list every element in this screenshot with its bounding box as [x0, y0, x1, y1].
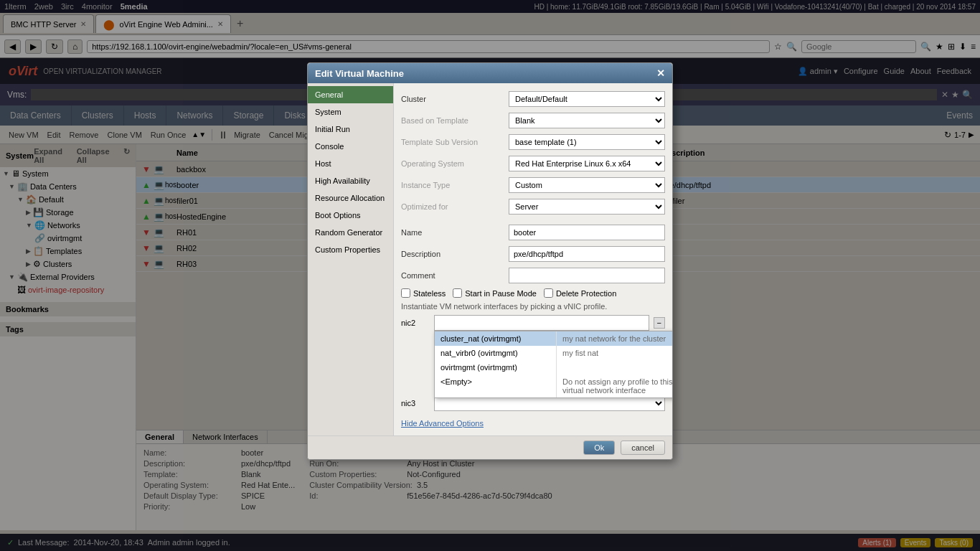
edit-vm-modal: Edit Virtual Machine ✕ General System In… — [307, 62, 673, 460]
dropdown-option-nat-virbr0[interactable]: nat_virbr0 (ovirtmgmt) my fist nat — [435, 346, 672, 360]
ok-button[interactable]: Ok — [583, 441, 615, 455]
form-row-template: Based on Template Blank — [401, 112, 665, 129]
modal-nav-custom-properties[interactable]: Custom Properties — [308, 241, 393, 258]
modal-nav-boot-options[interactable]: Boot Options — [308, 207, 393, 224]
modal-footer: Ok cancel — [308, 435, 672, 459]
modal-nav-general[interactable]: General — [308, 86, 393, 103]
template-control: Blank — [509, 113, 665, 128]
nic2-label: nic2 — [401, 319, 430, 327]
hide-advanced-container: Hide Advanced Options — [401, 418, 665, 428]
instance-type-select[interactable]: Custom — [509, 177, 665, 193]
nic-container: nic2 cluster_nat (ovirtmgmt) my nat netw… — [401, 315, 665, 411]
modal-nav: General System Initial Run Console Host … — [308, 83, 394, 435]
comment-control — [509, 268, 665, 283]
modal-nav-host[interactable]: Host — [308, 155, 393, 172]
name-control — [509, 225, 665, 240]
modal-nav-random-generator[interactable]: Random Generator — [308, 224, 393, 241]
stateless-checkbox-item: Stateless — [401, 288, 446, 298]
dropdown-option-empty-desc: Do not assign any profile to this virtua… — [557, 375, 672, 397]
delete-protection-checkbox[interactable] — [544, 288, 553, 298]
modal-nav-high-availability[interactable]: High Availability — [308, 172, 393, 189]
name-label: Name — [401, 228, 509, 237]
description-label: Description — [401, 250, 509, 258]
cancel-button[interactable]: cancel — [621, 441, 665, 455]
nic2-remove-button[interactable]: − — [654, 317, 665, 329]
cluster-control: Default/Default — [509, 91, 665, 107]
modal-body: General System Initial Run Console Host … — [308, 83, 672, 435]
template-select[interactable]: Blank — [509, 113, 665, 128]
template-sub-control: base template (1) — [509, 134, 665, 150]
dropdown-option-cluster-nat[interactable]: cluster_nat (ovirtmgmt) my nat network f… — [435, 331, 672, 346]
hide-advanced-button[interactable]: Hide Advanced Options — [401, 419, 484, 428]
form-row-description: Description — [401, 245, 665, 263]
delete-protection-label: Delete Protection — [556, 289, 616, 298]
description-input[interactable] — [509, 246, 665, 262]
start-pause-label: Start in Pause Mode — [465, 289, 537, 298]
dropdown-option-empty-name: <Empty> — [435, 375, 557, 397]
form-row-cluster: Cluster Default/Default — [401, 90, 665, 108]
description-control — [509, 246, 665, 262]
start-in-pause-checkbox[interactable] — [453, 288, 462, 298]
nic-profile-dropdown: cluster_nat (ovirtmgmt) my nat network f… — [434, 331, 672, 398]
optimized-select[interactable]: Server — [509, 199, 665, 215]
modal-nav-initial-run[interactable]: Initial Run — [308, 121, 393, 138]
dropdown-option-cluster-nat-name: cluster_nat (ovirtmgmt) — [435, 331, 557, 346]
nic-description: Instantiate VM network interfaces by pic… — [401, 302, 665, 311]
modal-title-bar: Edit Virtual Machine ✕ — [308, 63, 672, 83]
os-select[interactable]: Red Hat Enterprise Linux 6.x x64 — [509, 156, 665, 171]
form-row-template-sub: Template Sub Version base template (1) — [401, 133, 665, 151]
delete-protection-checkbox-item: Delete Protection — [544, 288, 616, 298]
template-sub-select[interactable]: base template (1) — [509, 134, 665, 150]
comment-input[interactable] — [509, 268, 665, 283]
modal-nav-system[interactable]: System — [308, 103, 393, 121]
dropdown-option-nat-virbr0-desc: my fist nat — [557, 346, 672, 360]
dropdown-option-ovirtmgmt[interactable]: ovirtmgmt (ovirtmgmt) — [435, 360, 672, 375]
cluster-select[interactable]: Default/Default — [509, 91, 665, 107]
form-row-os: Operating System Red Hat Enterprise Linu… — [401, 155, 665, 172]
name-input[interactable] — [509, 225, 665, 240]
dropdown-option-nat-virbr0-name: nat_virbr0 (ovirtmgmt) — [435, 346, 557, 360]
form-row-instance-type: Instance Type Custom — [401, 176, 665, 194]
os-label: Operating System — [401, 159, 509, 168]
comment-label: Comment — [401, 271, 509, 280]
stateless-label: Stateless — [413, 289, 446, 298]
instance-type-control: Custom — [509, 177, 665, 193]
template-label: Based on Template — [401, 116, 509, 125]
optimized-label: Optimized for — [401, 202, 509, 211]
dropdown-option-cluster-nat-desc: my nat network for the cluster — [557, 331, 672, 346]
modal-nav-console[interactable]: Console — [308, 138, 393, 155]
form-row-name: Name — [401, 224, 665, 241]
stateless-checkbox[interactable] — [401, 288, 410, 298]
form-row-comment: Comment — [401, 267, 665, 284]
nic3-label: nic3 — [401, 399, 430, 408]
optimized-control: Server — [509, 199, 665, 215]
cluster-label: Cluster — [401, 95, 509, 103]
checkbox-row: Stateless Start in Pause Mode Delete Pro… — [401, 288, 665, 298]
dropdown-option-ovirtmgmt-desc — [557, 360, 672, 375]
modal-main-content: Cluster Default/Default Based on Templat… — [394, 83, 672, 435]
template-sub-label: Template Sub Version — [401, 138, 509, 146]
start-pause-checkbox-item: Start in Pause Mode — [453, 288, 537, 298]
modal-title: Edit Virtual Machine — [315, 68, 404, 79]
dropdown-option-ovirtmgmt-name: ovirtmgmt (ovirtmgmt) — [435, 360, 557, 375]
form-row-optimized: Optimized for Server — [401, 198, 665, 215]
modal-overlay: Edit Virtual Machine ✕ General System In… — [0, 0, 980, 551]
os-control: Red Hat Enterprise Linux 6.x x64 — [509, 156, 665, 171]
instance-type-label: Instance Type — [401, 181, 509, 189]
dropdown-option-empty[interactable]: <Empty> Do not assign any profile to thi… — [435, 375, 672, 397]
modal-close-button[interactable]: ✕ — [656, 67, 665, 79]
nic2-input[interactable] — [434, 315, 649, 331]
nic2-dropdown-wrapper: cluster_nat (ovirtmgmt) my nat network f… — [434, 315, 649, 331]
modal-nav-resource-allocation[interactable]: Resource Allocation — [308, 189, 393, 207]
nic2-row: nic2 cluster_nat (ovirtmgmt) my nat netw… — [401, 315, 665, 331]
